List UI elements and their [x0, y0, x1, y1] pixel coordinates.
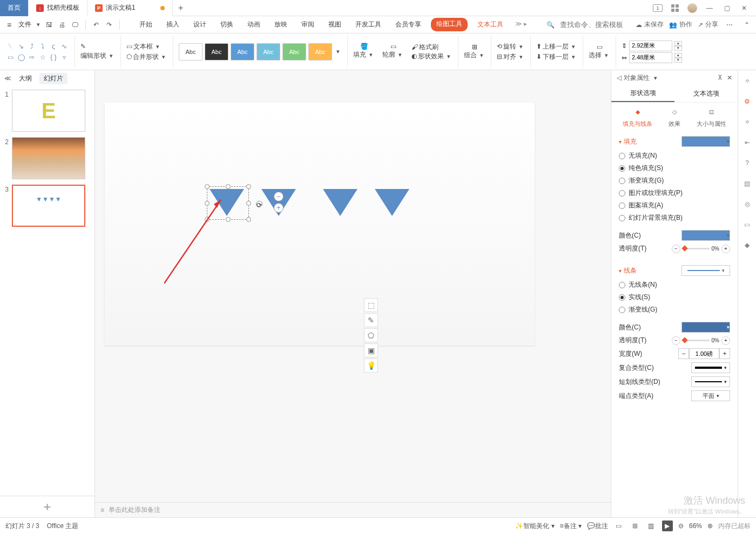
move-down-button[interactable]: ⬇下移一层▾: [536, 52, 577, 62]
tab-template[interactable]: ↓找稻壳模板: [29, 0, 87, 16]
rail-device-icon[interactable]: ▭: [742, 219, 753, 230]
radio-pattern-fill[interactable]: 图案填充(A): [619, 201, 730, 210]
subtab-size[interactable]: ⊡大小与属性: [697, 107, 726, 128]
style-gallery[interactable]: Abc Abc Abc Abc Abc Abc ▾: [179, 43, 342, 60]
notes-toggle[interactable]: ≡备注 ▾: [560, 522, 582, 531]
format-brush-button[interactable]: 🖌格式刷: [411, 43, 453, 52]
move-up-button[interactable]: ⬆上移一层▾: [536, 42, 577, 51]
cap-picker[interactable]: 平面▾: [691, 390, 730, 401]
rail-template-icon[interactable]: ▤: [742, 178, 753, 189]
shape-triangle[interactable]: [323, 189, 357, 216]
prop-tab-text[interactable]: 文本选项: [674, 85, 738, 102]
maximize-button[interactable]: ▢: [719, 1, 734, 16]
ribbon-tab-drawing[interactable]: 绘图工具: [431, 18, 468, 31]
ribbon-tab-start[interactable]: 开始: [135, 18, 157, 31]
ribbon-tab-text[interactable]: 文本工具: [473, 18, 508, 31]
edit-shape-button[interactable]: ✎: [80, 43, 115, 50]
ribbon-more-icon[interactable]: ≫ ▸: [513, 18, 529, 31]
textbox-button[interactable]: ▭文本框▾: [126, 42, 167, 51]
compound-picker[interactable]: ▾: [691, 362, 730, 373]
radio-no-fill[interactable]: 无填充(N): [619, 151, 730, 160]
view-sorter-icon[interactable]: ⊞: [630, 521, 640, 531]
rotate-handle[interactable]: ⟳: [256, 201, 262, 207]
minimize-button[interactable]: —: [702, 1, 717, 16]
ribbon-tab-transition[interactable]: 切换: [216, 18, 238, 31]
align-button[interactable]: ⊟对齐▾: [497, 52, 525, 62]
line-section[interactable]: 线条: [624, 266, 637, 275]
view-normal-icon[interactable]: ▭: [613, 521, 624, 531]
unsaved-button[interactable]: ☁未保存: [636, 20, 664, 29]
width-decrease[interactable]: −: [678, 348, 689, 359]
fill-section[interactable]: 填充: [624, 137, 637, 146]
add-slide-button[interactable]: +: [0, 496, 94, 517]
more-icon[interactable]: ⋯: [724, 19, 735, 31]
slide-thumb-1[interactable]: E: [12, 90, 85, 132]
slide-canvas[interactable]: ⟳ − +: [105, 103, 535, 346]
line-width-input[interactable]: [689, 348, 719, 359]
ribbon-tab-member[interactable]: 会员专享: [391, 18, 426, 31]
redo-icon[interactable]: ↷: [103, 19, 115, 31]
search-input[interactable]: [560, 21, 630, 29]
zoom-level[interactable]: 66%: [689, 522, 702, 530]
fill-button[interactable]: 填充▾: [353, 50, 375, 59]
zoom-out[interactable]: ⊖: [678, 522, 684, 530]
fill-color-swatch[interactable]: ▾: [681, 136, 730, 147]
ribbon-tab-animation[interactable]: 动画: [243, 18, 265, 31]
collapse-panel-icon[interactable]: ≪: [4, 75, 11, 82]
ribbon-tab-insert[interactable]: 插入: [162, 18, 184, 31]
notes-input[interactable]: 单击此处添加备注: [109, 505, 160, 515]
rotate-button[interactable]: ⟲旋转▾: [497, 42, 525, 51]
dash-picker[interactable]: ▾: [691, 376, 730, 387]
fill-color-picker[interactable]: ▾: [681, 230, 730, 241]
layers-icon[interactable]: ⬚: [364, 298, 378, 312]
outline-tab[interactable]: 大纲: [19, 74, 32, 83]
radio-picture-fill[interactable]: 图片或纹理填充(P): [619, 188, 730, 198]
radio-solid-line[interactable]: 实线(S): [619, 293, 730, 302]
preview-icon[interactable]: 🖵: [69, 19, 81, 31]
outline-icon[interactable]: ▭: [382, 43, 404, 50]
rail-star-icon[interactable]: ✧: [742, 117, 753, 127]
line-color-picker[interactable]: ▾: [681, 322, 730, 333]
counter-badge[interactable]: 1: [650, 1, 665, 16]
rail-collapse-icon[interactable]: ⇤: [742, 137, 753, 148]
opacity-decrease[interactable]: −: [672, 245, 680, 253]
frame-icon[interactable]: ▣: [364, 343, 378, 357]
shape-icon[interactable]: ⬠: [364, 328, 378, 342]
fill-icon[interactable]: 🪣: [353, 43, 375, 50]
view-reading-icon[interactable]: ▥: [646, 521, 657, 531]
print-icon[interactable]: 🖨: [56, 19, 68, 31]
line-opacity-increase[interactable]: +: [721, 336, 730, 345]
prop-tab-shape[interactable]: 形状选项: [611, 85, 674, 102]
effect-button[interactable]: ◐形状效果▾: [411, 52, 453, 61]
close-button[interactable]: ✕: [737, 1, 752, 16]
radio-gradient-fill[interactable]: 渐变填充(G): [619, 176, 730, 185]
ribbon-tab-view[interactable]: 视图: [324, 18, 346, 31]
outline-button[interactable]: 轮廓▾: [382, 50, 404, 59]
group-icon[interactable]: ⊞: [464, 43, 485, 51]
line-opacity-decrease[interactable]: −: [672, 336, 680, 345]
ribbon-tab-slideshow[interactable]: 放映: [270, 18, 292, 31]
avatar[interactable]: [685, 1, 700, 16]
file-menu[interactable]: 文件: [16, 20, 33, 29]
radio-solid-fill[interactable]: 纯色填充(S): [619, 164, 730, 173]
slide-thumb-3[interactable]: ▼▼▼▼: [12, 185, 85, 227]
ribbon-tab-design[interactable]: 设计: [189, 18, 211, 31]
apps-grid-icon[interactable]: [667, 1, 683, 16]
view-slideshow-icon[interactable]: ▶: [662, 521, 673, 531]
subtab-effects[interactable]: ◇效果: [669, 107, 680, 128]
beautify-button[interactable]: ✨智能美化 ▾: [515, 522, 554, 531]
comment-toggle[interactable]: 💬批注: [587, 522, 608, 531]
minus-handle[interactable]: −: [274, 192, 284, 201]
width-increase[interactable]: +: [719, 348, 730, 359]
idea-icon[interactable]: 💡: [364, 359, 378, 373]
opacity-increase[interactable]: +: [721, 245, 730, 253]
share-button[interactable]: ↗分享: [698, 20, 718, 29]
ribbon-tab-dev[interactable]: 开发工具: [351, 18, 386, 31]
rail-help-icon[interactable]: ?: [742, 158, 753, 168]
width-input[interactable]: [629, 52, 672, 63]
close-panel-icon[interactable]: ✕: [727, 74, 732, 82]
radio-gradient-line[interactable]: 渐变线(G): [619, 305, 730, 314]
select-button[interactable]: 选择▾: [589, 51, 610, 60]
ribbon-tab-review[interactable]: 审阅: [297, 18, 319, 31]
collapse-ribbon-icon[interactable]: ⌃: [741, 19, 753, 31]
